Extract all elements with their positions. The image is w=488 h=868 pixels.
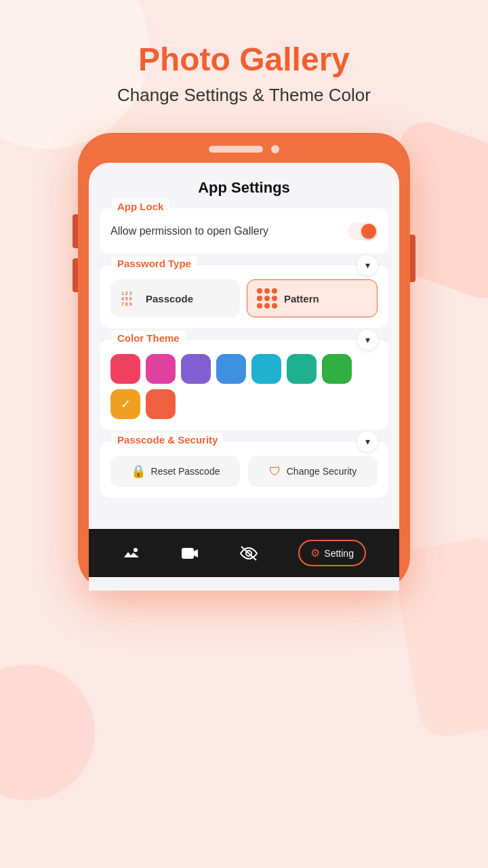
passcode-security-section: Passcode & Security ▾ 🔒 Reset Passcode 🛡… (100, 441, 388, 498)
password-type-section: Password Type ▾ 1 2 3 4 5 6 7 8 9 Passco… (100, 264, 388, 328)
passcode-security-chevron[interactable]: ▾ (357, 431, 378, 452)
lock-icon: 🔒 (131, 464, 146, 479)
nav-video-icon[interactable] (180, 544, 199, 563)
security-buttons: 🔒 Reset Passcode 🛡 Change Security (110, 453, 378, 487)
nav-setting-button[interactable]: ⚙ Setting (298, 540, 366, 566)
color-swatch-coral[interactable] (146, 389, 176, 419)
pattern-option[interactable]: Pattern (247, 279, 378, 317)
shield-icon: 🛡 (269, 465, 281, 479)
color-swatch-cyan[interactable] (251, 354, 281, 384)
app-lock-row: Allow permission to open Gallery (110, 220, 378, 243)
pattern-icon (257, 288, 277, 309)
phone-button-left1 (73, 214, 78, 248)
setting-gear-icon: ⚙ (310, 547, 320, 559)
reset-passcode-button[interactable]: 🔒 Reset Passcode (110, 456, 240, 487)
nav-setting-label: Setting (324, 548, 354, 559)
change-security-button[interactable]: 🛡 Change Security (248, 456, 378, 487)
svg-text:4 5 6: 4 5 6 (121, 296, 132, 301)
password-type-label: Password Type (112, 256, 197, 271)
phone-top-bar (89, 145, 399, 163)
app-lock-section: App Lock Allow permission to open Galler… (100, 208, 388, 254)
pattern-label: Pattern (284, 293, 319, 304)
nav-hide-icon[interactable] (239, 544, 259, 563)
app-lock-permission-text: Allow permission to open Gallery (110, 225, 268, 237)
color-theme-section: Color Theme ▾ ✓ (100, 339, 388, 430)
color-swatch-pink[interactable] (146, 354, 176, 384)
passcode-icon: 1 2 3 4 5 6 7 8 9 (120, 288, 139, 309)
svg-text:7 8 9: 7 8 9 (121, 302, 132, 307)
phone-button-right (410, 235, 415, 282)
app-lock-label: App Lock (112, 199, 169, 214)
phone-screen: App Settings App Lock Allow permission t… (89, 163, 399, 591)
app-lock-toggle[interactable] (348, 222, 378, 240)
phone-mockup: App Settings App Lock Allow permission t… (78, 133, 410, 591)
color-swatch-orange[interactable]: ✓ (110, 389, 140, 419)
color-swatch-blue[interactable] (216, 354, 246, 384)
svg-rect-4 (182, 548, 194, 559)
password-options: 1 2 3 4 5 6 7 8 9 Passcode (110, 277, 378, 317)
color-theme-label: Color Theme (112, 331, 185, 345)
color-swatch-red[interactable] (110, 354, 140, 384)
password-type-chevron[interactable]: ▾ (357, 255, 378, 275)
svg-point-3 (134, 548, 138, 552)
app-subtitle: Change Settings & Theme Color (117, 85, 371, 106)
app-title: Photo Gallery (138, 41, 350, 78)
bottom-nav: ⚙ Setting (89, 529, 399, 577)
phone-speaker (209, 146, 263, 153)
toggle-knob (361, 224, 376, 239)
phone-button-left2 (73, 258, 78, 292)
reset-passcode-label: Reset Passcode (151, 466, 220, 477)
color-swatch-green[interactable] (322, 354, 352, 384)
color-swatches: ✓ (110, 351, 378, 419)
color-swatch-purple[interactable] (181, 354, 211, 384)
passcode-label: Passcode (146, 293, 193, 304)
phone-camera (271, 145, 279, 153)
color-swatch-teal[interactable] (287, 354, 317, 384)
nav-gallery-icon[interactable] (122, 544, 141, 563)
passcode-option[interactable]: 1 2 3 4 5 6 7 8 9 Passcode (110, 279, 240, 317)
color-theme-chevron[interactable]: ▾ (357, 330, 378, 350)
change-security-label: Change Security (287, 466, 357, 477)
passcode-security-label: Passcode & Security (112, 433, 223, 447)
svg-text:1 2 3: 1 2 3 (121, 291, 132, 296)
